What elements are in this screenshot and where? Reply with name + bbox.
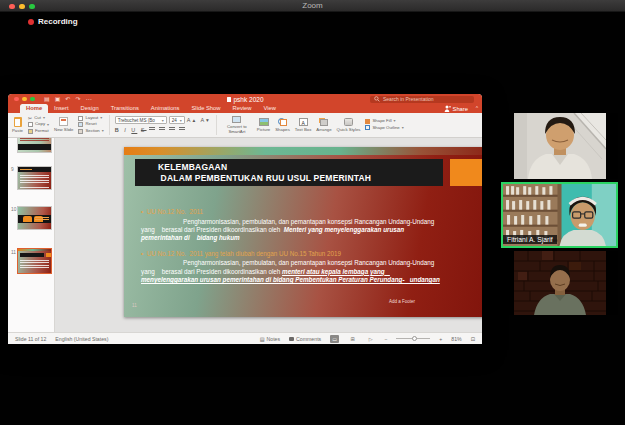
language-indicator[interactable]: English (United States) xyxy=(55,336,108,342)
new-slide-button[interactable]: New Slide xyxy=(54,117,73,132)
font-size-select[interactable]: 24▾ xyxy=(169,116,185,124)
text-style-buttons[interactable]: B I U S xyxy=(115,127,147,133)
participant-3-avatar xyxy=(514,251,606,315)
current-slide[interactable]: KELEMBAGAAN DALAM PEMBENTUKAN RUU USUL P… xyxy=(124,147,482,317)
zoom-out-button[interactable]: − xyxy=(384,336,387,342)
tab-review[interactable]: Review xyxy=(227,104,258,113)
slideshow-button[interactable]: ▷ xyxy=(366,335,375,343)
smartart-icon xyxy=(232,116,241,123)
zoom-app-window: Zoom Recording ▤ ▣ ↶ ↷ ⋯ pshk 2020 Searc… xyxy=(0,0,625,425)
tab-insert[interactable]: Insert xyxy=(48,104,75,113)
shapes-button[interactable]: Shapes xyxy=(275,118,290,132)
slide-thumbnail-8[interactable] xyxy=(17,138,52,153)
notes-icon: ▤ xyxy=(260,336,265,342)
ppt-status-bar: Slide 11 of 12 English (United States) ▤… xyxy=(8,332,482,344)
thumbnail-number: 11 xyxy=(11,250,16,255)
bullet-2: • UU No.12 No. 2011 yang telah diubah de… xyxy=(141,250,441,258)
window-title: Zoom xyxy=(0,1,625,10)
shape-outline-button[interactable]: Shape Outline▾ xyxy=(365,125,403,130)
picture-button[interactable]: Picture xyxy=(257,118,270,132)
slide-body-text[interactable]: • UU No.12 No. 2011 Pengharmonisasian, p… xyxy=(141,208,441,284)
share-button[interactable]: Share xyxy=(444,104,468,113)
slide-sorter-view-button[interactable]: ⊞ xyxy=(348,335,357,343)
ppt-titlebar: ▤ ▣ ↶ ↷ ⋯ pshk 2020 Search in Presentati… xyxy=(8,94,482,104)
arrange-icon xyxy=(319,118,328,126)
zoom-in-button[interactable]: + xyxy=(439,336,442,342)
slide-thumbnail-10[interactable] xyxy=(17,206,52,230)
slide-number: 11 xyxy=(132,303,137,308)
paragraph-1: Pengharmonisasian, pembulatan, dan peman… xyxy=(141,218,441,243)
align-right-button[interactable] xyxy=(169,127,175,132)
shape-fill-icon xyxy=(365,119,370,124)
tab-slide-show[interactable]: Slide Show xyxy=(185,104,226,113)
shape-fill-button[interactable]: Shape Fill▾ xyxy=(365,119,403,124)
thumbnail-number: 9 xyxy=(11,167,14,172)
participant-1-avatar xyxy=(514,113,606,179)
zoom-percent[interactable]: 81% xyxy=(451,336,461,342)
format-painter-button[interactable]: Format xyxy=(28,129,49,134)
paste-button[interactable]: Paste xyxy=(12,117,23,133)
person-plus-icon xyxy=(444,105,451,112)
fit-slide-to-window-button[interactable]: ⊡ xyxy=(471,336,475,342)
tab-animations[interactable]: Animations xyxy=(145,104,186,113)
justify-button[interactable] xyxy=(179,127,185,132)
reset-icon xyxy=(78,122,83,127)
normal-view-button[interactable]: ▭ xyxy=(330,335,339,343)
comments-toggle[interactable]: Comments xyxy=(289,336,321,342)
reset-button[interactable]: Reset xyxy=(78,122,103,127)
powerpoint-window: ▤ ▣ ↶ ↷ ⋯ pshk 2020 Search in Presentati… xyxy=(8,94,482,344)
section-icon xyxy=(78,129,83,134)
text-box-button[interactable]: A Text Box xyxy=(295,118,311,132)
scissors-icon: ✂ xyxy=(28,116,32,121)
tab-view[interactable]: View xyxy=(258,104,282,113)
participant-video-2-active-speaker[interactable]: Fitriani A. Sjarif xyxy=(501,182,618,248)
slide-thumbnail-9[interactable] xyxy=(17,166,52,190)
new-slide-icon xyxy=(59,117,68,126)
zoom-slider[interactable] xyxy=(396,338,430,339)
layout-button[interactable]: Layout▾ xyxy=(78,116,103,121)
convert-smartart-button[interactable]: Convert to SmartArt xyxy=(222,116,252,134)
align-center-button[interactable] xyxy=(159,127,165,132)
ribbon-tabs: Home Insert Design Transitions Animation… xyxy=(8,104,482,113)
zoom-slider-knob[interactable] xyxy=(412,336,417,341)
slide-thumbnail-11-selected[interactable] xyxy=(17,248,52,274)
bullet-1: • UU No.12 No. 2011 xyxy=(141,208,441,216)
clipboard-icon xyxy=(14,117,22,127)
recording-dot-icon xyxy=(28,19,34,25)
text-box-icon: A xyxy=(299,118,308,126)
copy-button[interactable]: Copy▾ xyxy=(28,122,49,127)
ribbon-home: Paste ✂Cut▾ Copy▾ Format New Slide Layou… xyxy=(8,113,482,138)
participant-video-3[interactable] xyxy=(501,251,618,315)
footer-placeholder[interactable]: Add a Footer xyxy=(389,299,415,304)
arrange-button[interactable]: Arrange xyxy=(316,118,331,132)
slide-title[interactable]: KELEMBAGAAN DALAM PEMBENTUKAN RUU USUL P… xyxy=(135,159,443,186)
section-button[interactable]: Section▾ xyxy=(78,129,103,134)
slide-orange-accent xyxy=(450,159,482,186)
people-icon xyxy=(23,216,32,222)
shapes-icon xyxy=(278,118,287,126)
collapse-ribbon-icon[interactable]: ^ xyxy=(476,104,478,113)
layout-icon xyxy=(78,116,83,121)
comments-icon xyxy=(289,337,294,341)
copy-icon xyxy=(28,122,33,127)
slide-editor-area[interactable]: KELEMBAGAAN DALAM PEMBENTUKAN RUU USUL P… xyxy=(55,138,482,332)
quick-styles-button[interactable]: Quick Styles xyxy=(337,118,361,132)
align-left-button[interactable] xyxy=(149,127,155,132)
slide-indicator: Slide 11 of 12 xyxy=(15,336,46,342)
tab-home[interactable]: Home xyxy=(20,104,48,113)
font-name-select[interactable]: Trebuchet MS (Bo▾ xyxy=(115,116,167,124)
document-icon xyxy=(227,97,231,102)
participant-name-label: Fitriani A. Sjarif xyxy=(503,235,557,245)
participant-video-1[interactable] xyxy=(501,113,618,179)
tab-transitions[interactable]: Transitions xyxy=(105,104,145,113)
grow-shrink-font-buttons[interactable]: A▴ A▾ xyxy=(187,117,211,123)
picture-icon xyxy=(259,118,269,126)
slide-thumbnail-panel: 9 10 11 xyxy=(8,138,55,332)
mac-titlebar: Zoom xyxy=(0,0,625,12)
search-input[interactable]: Search in Presentation xyxy=(370,96,474,103)
cut-button[interactable]: ✂Cut▾ xyxy=(28,116,49,121)
shape-outline-icon xyxy=(365,125,370,130)
quick-styles-icon xyxy=(344,118,353,126)
notes-toggle[interactable]: ▤Notes xyxy=(260,336,280,342)
tab-design[interactable]: Design xyxy=(75,104,105,113)
